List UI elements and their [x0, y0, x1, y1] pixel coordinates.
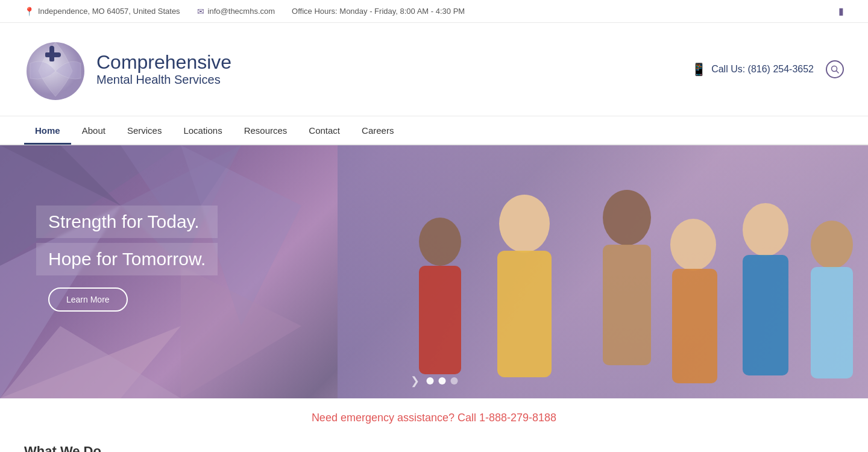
- svg-point-24: [670, 219, 716, 271]
- hero-section: Strength for Today. Hope for Tomorrow. L…: [0, 145, 868, 398]
- nav-item-contact[interactable]: Contact: [298, 116, 351, 145]
- svg-line-6: [837, 71, 839, 74]
- svg-point-20: [499, 195, 550, 253]
- location-icon: 📍: [24, 7, 34, 16]
- nav-item-home[interactable]: Home: [24, 116, 71, 145]
- hero-headline-line2: Hope for Tomorrow.: [36, 243, 218, 275]
- hero-people-area: [338, 145, 868, 398]
- carousel-dot-3[interactable]: [451, 377, 458, 385]
- hero-headline-line1: Strength for Today.: [36, 206, 218, 238]
- svg-point-4: [56, 52, 61, 57]
- nav-item-careers[interactable]: Careers: [351, 116, 404, 145]
- main-nav: Home About Services Locations Resources …: [0, 116, 868, 145]
- logo-sub-text: Mental Health Services: [96, 73, 231, 87]
- carousel-dot-2[interactable]: [439, 377, 446, 385]
- logo-globe: [24, 36, 90, 102]
- nav-item-locations[interactable]: Locations: [172, 116, 233, 145]
- site-header: Comprehensive Mental Health Services 📱 C…: [0, 23, 868, 116]
- svg-rect-27: [743, 255, 788, 375]
- svg-rect-19: [419, 266, 461, 374]
- hours-text: Office Hours: Monday - Friday, 8:00 AM -…: [292, 7, 465, 16]
- nav-item-about[interactable]: About: [71, 116, 116, 145]
- svg-point-28: [811, 221, 853, 269]
- header-right: 📱 Call Us: (816) 254-3652: [691, 60, 844, 78]
- nav-item-resources[interactable]: Resources: [233, 116, 298, 145]
- emergency-bar: Need emergency assistance? Call 1-888-27…: [0, 398, 868, 438]
- email-icon: ✉: [197, 7, 204, 16]
- address-item: 📍 Independence, MO 64057, United States: [24, 7, 180, 16]
- email-text: info@thecmhs.com: [208, 7, 275, 16]
- what-we-do-heading: What We Do: [24, 444, 101, 452]
- hours-item: Office Hours: Monday - Friday, 8:00 AM -…: [292, 7, 465, 16]
- logo-area: Comprehensive Mental Health Services: [24, 36, 231, 102]
- top-bar: 📍 Independence, MO 64057, United States …: [0, 0, 868, 23]
- svg-rect-21: [497, 251, 552, 377]
- logo-main-text: Comprehensive: [96, 52, 231, 73]
- svg-point-22: [603, 190, 651, 245]
- call-us: 📱 Call Us: (816) 254-3652: [691, 62, 814, 77]
- carousel-next-arrow[interactable]: ❯: [410, 374, 420, 388]
- svg-point-18: [419, 218, 461, 266]
- carousel-dot-1[interactable]: [427, 377, 434, 385]
- nav-item-services[interactable]: Services: [116, 116, 173, 145]
- call-label: Call Us: (816) 254-3652: [711, 64, 814, 75]
- logo-text: Comprehensive Mental Health Services: [96, 52, 231, 87]
- phone-icon: 📱: [691, 62, 706, 77]
- emergency-text: Need emergency assistance? Call 1-888-27…: [312, 412, 556, 424]
- learn-more-button[interactable]: Learn More: [48, 287, 128, 312]
- search-icon[interactable]: [826, 60, 844, 78]
- carousel-controls[interactable]: ❯: [410, 374, 458, 388]
- social-links[interactable]: ▮: [838, 5, 844, 17]
- svg-rect-29: [811, 267, 853, 378]
- svg-rect-23: [603, 245, 651, 365]
- hero-text-block: Strength for Today. Hope for Tomorrow. L…: [36, 206, 218, 312]
- address-text: Independence, MO 64057, United States: [38, 7, 180, 16]
- svg-point-26: [743, 203, 788, 256]
- facebook-icon[interactable]: ▮: [838, 6, 844, 16]
- what-we-do-section: What We Do: [0, 438, 868, 452]
- svg-rect-25: [672, 269, 717, 383]
- email-item: ✉ info@thecmhs.com: [197, 7, 275, 16]
- svg-point-3: [49, 46, 54, 51]
